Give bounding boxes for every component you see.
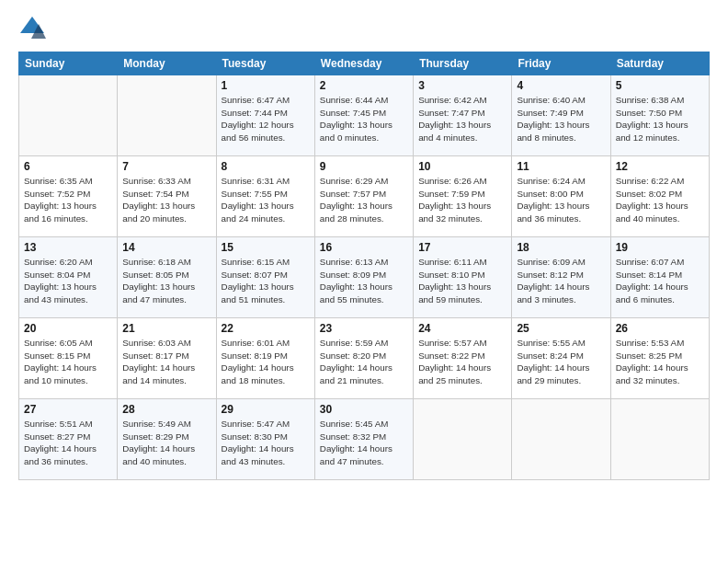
weekday-header-friday: Friday <box>512 52 610 75</box>
day-number: 9 <box>320 160 408 173</box>
calendar-cell: 7Sunrise: 6:33 AM Sunset: 7:54 PM Daylig… <box>118 156 216 237</box>
day-info: Sunrise: 6:09 AM Sunset: 8:12 PM Dayligh… <box>517 256 605 306</box>
calendar-cell: 3Sunrise: 6:42 AM Sunset: 7:47 PM Daylig… <box>414 75 512 156</box>
calendar-cell: 18Sunrise: 6:09 AM Sunset: 8:12 PM Dayli… <box>512 237 610 318</box>
day-number: 12 <box>616 160 704 173</box>
day-number: 23 <box>320 322 408 335</box>
day-info: Sunrise: 6:24 AM Sunset: 8:00 PM Dayligh… <box>517 175 605 225</box>
calendar-week-2: 6Sunrise: 6:35 AM Sunset: 7:52 PM Daylig… <box>19 156 710 237</box>
day-info: Sunrise: 5:53 AM Sunset: 8:25 PM Dayligh… <box>616 337 704 387</box>
calendar-cell: 21Sunrise: 6:03 AM Sunset: 8:17 PM Dayli… <box>118 318 216 399</box>
day-number: 18 <box>517 241 605 254</box>
calendar-cell: 4Sunrise: 6:40 AM Sunset: 7:49 PM Daylig… <box>512 75 610 156</box>
weekday-header-sunday: Sunday <box>19 52 118 75</box>
day-number: 11 <box>517 160 605 173</box>
weekday-header-monday: Monday <box>118 52 216 75</box>
day-info: Sunrise: 6:03 AM Sunset: 8:17 PM Dayligh… <box>122 337 210 387</box>
calendar-cell <box>512 399 610 480</box>
day-number: 17 <box>418 241 506 254</box>
calendar-cell <box>19 75 118 156</box>
day-number: 21 <box>122 322 210 335</box>
day-info: Sunrise: 5:47 AM Sunset: 8:30 PM Dayligh… <box>222 418 310 468</box>
calendar-cell: 6Sunrise: 6:35 AM Sunset: 7:52 PM Daylig… <box>19 156 118 237</box>
logo <box>18 15 50 42</box>
day-info: Sunrise: 5:45 AM Sunset: 8:32 PM Dayligh… <box>320 418 408 468</box>
calendar-cell: 2Sunrise: 6:44 AM Sunset: 7:45 PM Daylig… <box>314 75 413 156</box>
day-info: Sunrise: 6:47 AM Sunset: 7:44 PM Dayligh… <box>222 94 310 144</box>
day-number: 2 <box>320 79 408 92</box>
calendar-cell: 12Sunrise: 6:22 AM Sunset: 8:02 PM Dayli… <box>610 156 709 237</box>
calendar-cell: 5Sunrise: 6:38 AM Sunset: 7:50 PM Daylig… <box>610 75 709 156</box>
day-number: 13 <box>24 241 112 254</box>
day-info: Sunrise: 6:20 AM Sunset: 8:04 PM Dayligh… <box>24 256 112 306</box>
calendar-cell: 8Sunrise: 6:31 AM Sunset: 7:55 PM Daylig… <box>216 156 314 237</box>
calendar-cell: 28Sunrise: 5:49 AM Sunset: 8:29 PM Dayli… <box>118 399 216 480</box>
calendar-cell: 23Sunrise: 5:59 AM Sunset: 8:20 PM Dayli… <box>314 318 413 399</box>
weekday-header-row: SundayMondayTuesdayWednesdayThursdayFrid… <box>19 52 710 75</box>
header <box>18 15 710 42</box>
day-info: Sunrise: 6:07 AM Sunset: 8:14 PM Dayligh… <box>616 256 704 306</box>
day-number: 15 <box>222 241 310 254</box>
day-info: Sunrise: 6:11 AM Sunset: 8:10 PM Dayligh… <box>418 256 506 306</box>
calendar-week-5: 27Sunrise: 5:51 AM Sunset: 8:27 PM Dayli… <box>19 399 710 480</box>
day-info: Sunrise: 6:44 AM Sunset: 7:45 PM Dayligh… <box>320 94 408 144</box>
day-number: 4 <box>517 79 605 92</box>
day-info: Sunrise: 6:29 AM Sunset: 7:57 PM Dayligh… <box>320 175 408 225</box>
day-info: Sunrise: 6:38 AM Sunset: 7:50 PM Dayligh… <box>616 94 704 144</box>
day-number: 7 <box>122 160 210 173</box>
day-info: Sunrise: 6:40 AM Sunset: 7:49 PM Dayligh… <box>517 94 605 144</box>
day-number: 29 <box>222 403 310 416</box>
day-number: 6 <box>24 160 112 173</box>
calendar-cell: 9Sunrise: 6:29 AM Sunset: 7:57 PM Daylig… <box>314 156 413 237</box>
logo-icon <box>18 15 46 42</box>
calendar-cell: 10Sunrise: 6:26 AM Sunset: 7:59 PM Dayli… <box>414 156 512 237</box>
calendar-cell: 15Sunrise: 6:15 AM Sunset: 8:07 PM Dayli… <box>216 237 314 318</box>
calendar-cell: 26Sunrise: 5:53 AM Sunset: 8:25 PM Dayli… <box>610 318 709 399</box>
page: SundayMondayTuesdayWednesdayThursdayFrid… <box>0 0 728 563</box>
calendar-cell: 1Sunrise: 6:47 AM Sunset: 7:44 PM Daylig… <box>216 75 314 156</box>
calendar-table: SundayMondayTuesdayWednesdayThursdayFrid… <box>18 52 710 480</box>
calendar-cell: 19Sunrise: 6:07 AM Sunset: 8:14 PM Dayli… <box>610 237 709 318</box>
day-number: 22 <box>222 322 310 335</box>
calendar-cell: 24Sunrise: 5:57 AM Sunset: 8:22 PM Dayli… <box>414 318 512 399</box>
day-number: 27 <box>24 403 112 416</box>
day-number: 8 <box>222 160 310 173</box>
day-info: Sunrise: 6:05 AM Sunset: 8:15 PM Dayligh… <box>24 337 112 387</box>
day-number: 20 <box>24 322 112 335</box>
day-info: Sunrise: 6:26 AM Sunset: 7:59 PM Dayligh… <box>418 175 506 225</box>
day-number: 16 <box>320 241 408 254</box>
calendar-cell: 14Sunrise: 6:18 AM Sunset: 8:05 PM Dayli… <box>118 237 216 318</box>
calendar-week-3: 13Sunrise: 6:20 AM Sunset: 8:04 PM Dayli… <box>19 237 710 318</box>
calendar-cell <box>118 75 216 156</box>
day-number: 10 <box>418 160 506 173</box>
calendar-cell: 17Sunrise: 6:11 AM Sunset: 8:10 PM Dayli… <box>414 237 512 318</box>
calendar-cell: 25Sunrise: 5:55 AM Sunset: 8:24 PM Dayli… <box>512 318 610 399</box>
day-number: 1 <box>222 79 310 92</box>
calendar-cell: 11Sunrise: 6:24 AM Sunset: 8:00 PM Dayli… <box>512 156 610 237</box>
day-info: Sunrise: 6:22 AM Sunset: 8:02 PM Dayligh… <box>616 175 704 225</box>
day-number: 3 <box>418 79 506 92</box>
weekday-header-thursday: Thursday <box>414 52 512 75</box>
day-info: Sunrise: 5:51 AM Sunset: 8:27 PM Dayligh… <box>24 418 112 468</box>
calendar-cell: 22Sunrise: 6:01 AM Sunset: 8:19 PM Dayli… <box>216 318 314 399</box>
day-info: Sunrise: 6:18 AM Sunset: 8:05 PM Dayligh… <box>122 256 210 306</box>
day-info: Sunrise: 5:59 AM Sunset: 8:20 PM Dayligh… <box>320 337 408 387</box>
day-info: Sunrise: 5:55 AM Sunset: 8:24 PM Dayligh… <box>517 337 605 387</box>
day-number: 24 <box>418 322 506 335</box>
day-info: Sunrise: 5:57 AM Sunset: 8:22 PM Dayligh… <box>418 337 506 387</box>
day-number: 25 <box>517 322 605 335</box>
calendar-cell <box>610 399 709 480</box>
calendar-cell <box>414 399 512 480</box>
day-info: Sunrise: 6:35 AM Sunset: 7:52 PM Dayligh… <box>24 175 112 225</box>
calendar-cell: 30Sunrise: 5:45 AM Sunset: 8:32 PM Dayli… <box>314 399 413 480</box>
day-info: Sunrise: 6:01 AM Sunset: 8:19 PM Dayligh… <box>222 337 310 387</box>
weekday-header-tuesday: Tuesday <box>216 52 314 75</box>
day-info: Sunrise: 6:31 AM Sunset: 7:55 PM Dayligh… <box>222 175 310 225</box>
calendar-week-1: 1Sunrise: 6:47 AM Sunset: 7:44 PM Daylig… <box>19 75 710 156</box>
day-number: 14 <box>122 241 210 254</box>
day-info: Sunrise: 6:13 AM Sunset: 8:09 PM Dayligh… <box>320 256 408 306</box>
day-number: 30 <box>320 403 408 416</box>
calendar-cell: 27Sunrise: 5:51 AM Sunset: 8:27 PM Dayli… <box>19 399 118 480</box>
calendar-cell: 20Sunrise: 6:05 AM Sunset: 8:15 PM Dayli… <box>19 318 118 399</box>
day-number: 5 <box>616 79 704 92</box>
